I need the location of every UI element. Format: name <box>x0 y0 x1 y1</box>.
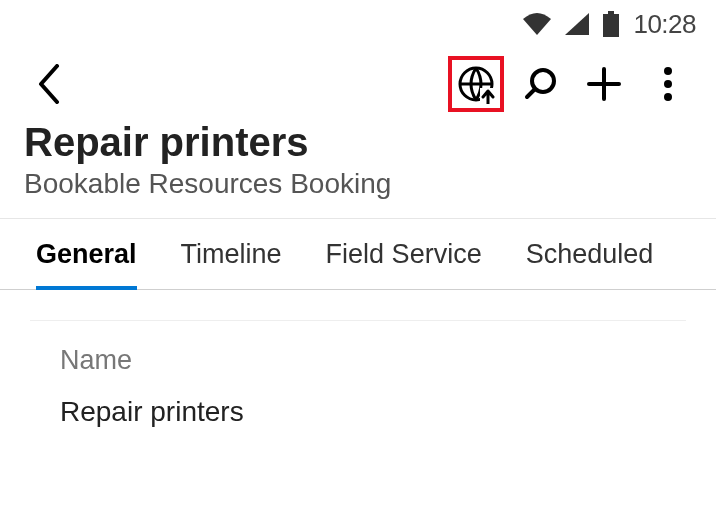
tab-bar: General Timeline Field Service Scheduled <box>0 218 716 290</box>
overflow-icon <box>663 66 673 102</box>
svg-line-5 <box>527 89 535 97</box>
cellular-icon <box>565 13 589 35</box>
field-value: Repair printers <box>60 396 656 428</box>
header: Repair printers Bookable Resources Booki… <box>0 120 716 218</box>
page-subtitle: Bookable Resources Booking <box>24 168 692 200</box>
tab-label: Scheduled <box>526 239 654 270</box>
svg-rect-0 <box>603 14 619 37</box>
wifi-icon <box>523 13 551 35</box>
battery-icon <box>603 11 619 37</box>
back-icon <box>35 64 61 104</box>
app-bar <box>0 48 716 120</box>
svg-rect-1 <box>608 11 614 14</box>
clock-text: 10:28 <box>633 9 696 40</box>
tab-scheduled[interactable]: Scheduled <box>504 219 676 289</box>
tab-general[interactable]: General <box>14 219 159 289</box>
page-title: Repair printers <box>24 120 692 164</box>
tab-label: General <box>36 239 137 270</box>
tab-label: Timeline <box>181 239 282 270</box>
field-label: Name <box>60 345 656 376</box>
svg-point-8 <box>664 67 672 75</box>
tab-timeline[interactable]: Timeline <box>159 219 304 289</box>
field-name[interactable]: Name Repair printers <box>30 320 686 428</box>
svg-point-10 <box>664 93 672 101</box>
tab-label: Field Service <box>326 239 482 270</box>
globe-upload-icon <box>456 64 496 104</box>
sync-button[interactable] <box>448 56 504 112</box>
overflow-button[interactable] <box>640 56 696 112</box>
add-button[interactable] <box>576 56 632 112</box>
tab-field-service[interactable]: Field Service <box>304 219 504 289</box>
status-bar: 10:28 <box>0 0 716 48</box>
svg-point-9 <box>664 80 672 88</box>
form-area: Name Repair printers <box>0 290 716 428</box>
back-button[interactable] <box>20 56 76 112</box>
search-icon <box>521 65 559 103</box>
plus-icon <box>585 65 623 103</box>
search-button[interactable] <box>512 56 568 112</box>
